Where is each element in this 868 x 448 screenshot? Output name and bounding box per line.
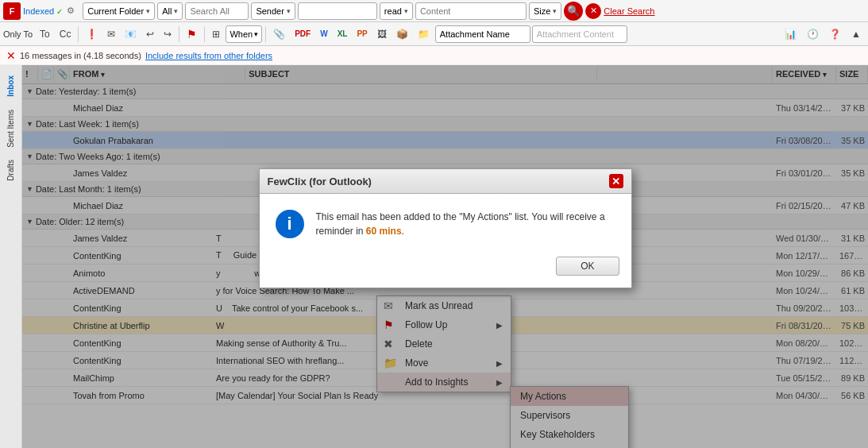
dialog-message-part2: .	[402, 226, 404, 237]
dialog-body: i This email has been added to the "My A…	[260, 194, 631, 250]
help-btn[interactable]: ❓	[825, 25, 845, 44]
search-icon: 🔍	[567, 5, 580, 17]
clear-button[interactable]: ✕	[585, 3, 601, 19]
priority-high-btn[interactable]: ❗	[82, 25, 102, 44]
gear-icon[interactable]: ⚙	[67, 6, 75, 16]
dialog-footer: OK	[260, 250, 631, 288]
flag-btn[interactable]: ⚑	[183, 25, 201, 44]
attachment-content-field[interactable]: Attachment Content	[532, 25, 627, 43]
dialog-message-part1: This email has been added to the "My Act…	[316, 211, 605, 237]
email-open-btn[interactable]: 📧	[121, 25, 141, 44]
dialog-overlay: FewClix (for Outlook) ✕ i This email has…	[22, 65, 868, 448]
sender-value-field[interactable]	[298, 2, 377, 20]
sidebar-item-sent[interactable]: Sent Items	[5, 103, 17, 154]
more-attach-btn[interactable]: 📦	[392, 25, 412, 44]
when-dropdown[interactable]: When	[226, 25, 262, 43]
cc-btn[interactable]: Cc	[56, 25, 75, 44]
dialog-title-text: FewClix (for Outlook)	[268, 176, 372, 187]
main-area: Inbox Sent Items Drafts ! 📄 📎 FROM SUBJE…	[0, 65, 868, 448]
clock-btn[interactable]: 🕐	[803, 25, 823, 44]
secondary-toolbar: Only To To Cc ❗ ✉ 📧 ↩ ↪ ⚑ ⊞ When 📎 PDF W…	[0, 22, 868, 46]
dialog-title-bar: FewClix (for Outlook) ✕	[260, 169, 631, 194]
attachment-name-dropdown[interactable]: Attachment Name	[435, 25, 530, 43]
ppt-icon-btn[interactable]: PP	[353, 25, 371, 44]
sidebar: Inbox Sent Items Drafts	[0, 65, 22, 448]
folder-dropdown[interactable]: Current Folder	[83, 2, 155, 20]
info-icon: i	[276, 210, 304, 238]
clear-search-link[interactable]: Clear Search	[604, 6, 654, 16]
dialog-close-button[interactable]: ✕	[609, 174, 623, 188]
search-all-input[interactable]	[185, 2, 249, 20]
attach2-btn[interactable]: 📁	[414, 25, 434, 44]
dialog: FewClix (for Outlook) ✕ i This email has…	[259, 168, 632, 288]
result-count: 16 messages in (4.18 seconds)	[20, 51, 141, 60]
content-input[interactable]	[415, 2, 527, 20]
email-icon-btn[interactable]: ✉	[103, 25, 119, 44]
include-results-link[interactable]: Include results from other folders	[145, 51, 272, 60]
ok-button[interactable]: OK	[556, 257, 619, 276]
chart-btn[interactable]: 📊	[781, 25, 800, 44]
grid-view-btn[interactable]: ⊞	[208, 25, 224, 44]
pdf-icon-btn[interactable]: PDF	[291, 25, 314, 44]
attachment-icon-btn[interactable]: 📎	[269, 25, 289, 44]
img-icon-btn[interactable]: 🖼	[373, 25, 391, 44]
forward-btn[interactable]: ↪	[160, 25, 176, 44]
error-icon: ✕	[6, 49, 16, 62]
indexed-status: Indexed ✓	[23, 6, 63, 16]
dialog-message: This email has been added to the "My Act…	[316, 210, 615, 238]
word-icon-btn[interactable]: W	[316, 25, 331, 44]
info-bar: ✕ 16 messages in (4.18 seconds) Include …	[0, 46, 868, 65]
app-logo: F	[3, 2, 21, 20]
size-dropdown[interactable]: Size	[529, 2, 561, 20]
sidebar-item-drafts[interactable]: Drafts	[5, 153, 17, 187]
check-icon: ✓	[56, 7, 63, 16]
sender-dropdown[interactable]: Sender	[251, 2, 295, 20]
main-toolbar: F Indexed ✓ ⚙ Current Folder All Sender …	[0, 0, 868, 22]
sidebar-item-inbox[interactable]: Inbox	[5, 69, 17, 103]
search-button[interactable]: 🔍	[564, 2, 583, 21]
dialog-highlight: 60 mins	[366, 226, 402, 237]
excel-icon-btn[interactable]: XL	[334, 25, 352, 44]
reply-btn[interactable]: ↩	[142, 25, 158, 44]
email-list: ! 📄 📎 FROM SUBJECT RECEIVED SIZE ▼ Date:…	[22, 65, 868, 448]
only-to-label: Only To	[3, 29, 33, 39]
all-dropdown[interactable]: All	[157, 2, 183, 20]
to-btn[interactable]: To	[36, 25, 54, 44]
collapse-btn[interactable]: ▲	[847, 25, 865, 44]
read-dropdown[interactable]: read	[380, 2, 413, 20]
